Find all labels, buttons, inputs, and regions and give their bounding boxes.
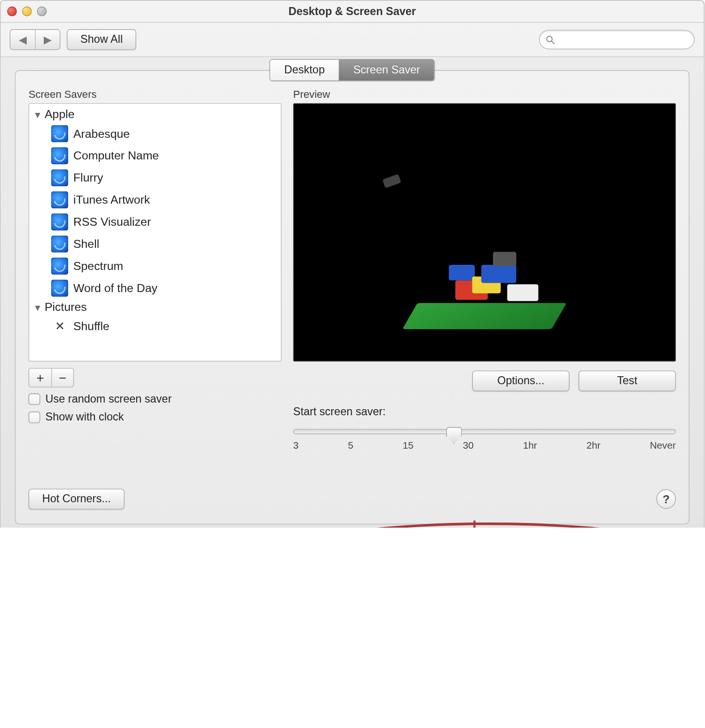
search-field[interactable]: [539, 30, 695, 49]
search-icon: [545, 34, 556, 45]
svg-line-1: [552, 41, 555, 44]
screensaver-thumb-icon: [51, 169, 68, 186]
svg-point-0: [547, 36, 552, 42]
zoom-icon[interactable]: [37, 7, 47, 16]
tick-label: 2hr: [587, 439, 601, 450]
group-label: Pictures: [45, 301, 87, 314]
tab-switcher: Desktop Screen Saver: [269, 59, 435, 81]
item-label: iTunes Artwork: [73, 190, 150, 209]
screensaver-thumb-icon: [51, 236, 68, 253]
tick-label: 5: [348, 439, 353, 450]
item-label: Shuffle: [73, 317, 110, 336]
toolbar: ◀ ▶ Show All: [0, 23, 704, 57]
show-clock-checkbox[interactable]: [29, 411, 40, 423]
lego-brick-icon: [382, 174, 401, 188]
item-label: Shell: [73, 234, 99, 253]
nav-back-forward: ◀ ▶: [10, 29, 61, 50]
screensaver-thumb-icon: [51, 147, 68, 164]
list-item[interactable]: iTunes Artwork: [29, 189, 281, 211]
remove-button[interactable]: −: [51, 369, 73, 387]
tab-box: Desktop Screen Saver Screen Savers ▼ App…: [15, 70, 689, 524]
tick-label: Never: [650, 439, 676, 450]
list-item[interactable]: Computer Name: [29, 145, 281, 167]
tick-label: 3: [293, 439, 299, 450]
options-button[interactable]: Options...: [472, 371, 570, 391]
list-item[interactable]: Flurry: [29, 167, 281, 189]
use-random-label: Use random screen saver: [46, 393, 172, 406]
show-clock-label: Show with clock: [46, 411, 124, 424]
list-item[interactable]: RSS Visualizer: [29, 211, 281, 233]
close-icon[interactable]: [7, 7, 17, 16]
preview-area: [293, 103, 676, 361]
screensaver-thumb-icon: [51, 125, 68, 142]
preview-header: Preview: [293, 89, 676, 101]
add-button[interactable]: +: [29, 369, 51, 387]
item-label: RSS Visualizer: [73, 212, 151, 231]
item-label: Computer Name: [73, 146, 159, 166]
screensaver-thumb-icon: [51, 280, 68, 297]
list-item[interactable]: Shell: [29, 233, 281, 255]
tab-desktop[interactable]: Desktop: [270, 60, 339, 80]
use-random-checkbox[interactable]: [29, 393, 40, 405]
show-clock-row[interactable]: Show with clock: [29, 411, 282, 424]
slider-ticks: 3 5 15 30 1hr 2hr Never: [293, 439, 676, 450]
start-delay-slider[interactable]: [293, 429, 676, 434]
preferences-window: Desktop & Screen Saver ◀ ▶ Show All Desk…: [0, 0, 705, 528]
minimize-icon[interactable]: [22, 7, 32, 16]
lego-scene: [410, 293, 559, 339]
title-bar: Desktop & Screen Saver: [0, 0, 704, 23]
item-label: Spectrum: [73, 256, 123, 276]
content-area: Desktop Screen Saver Screen Savers ▼ App…: [0, 57, 704, 528]
annotation-ellipse: [275, 522, 703, 528]
help-button[interactable]: ?: [657, 490, 676, 509]
group-pictures[interactable]: ▼ Pictures: [29, 299, 281, 316]
list-item[interactable]: Spectrum: [29, 255, 281, 277]
group-label: Apple: [45, 108, 75, 121]
forward-button[interactable]: ▶: [35, 30, 60, 49]
tab-screensaver[interactable]: Screen Saver: [339, 60, 434, 80]
show-all-button[interactable]: Show All: [67, 29, 136, 50]
item-label: Arabesque: [73, 124, 130, 143]
search-input[interactable]: [559, 33, 694, 46]
window-controls: [7, 7, 47, 16]
hot-corners-button[interactable]: Hot Corners...: [29, 489, 125, 509]
shuffle-icon: ✕: [51, 317, 68, 336]
group-apple[interactable]: ▼ Apple: [29, 106, 281, 123]
slider-label: Start screen saver:: [293, 406, 676, 419]
item-label: Flurry: [73, 168, 103, 187]
add-remove-buttons: + −: [29, 368, 74, 387]
use-random-row[interactable]: Use random screen saver: [29, 393, 282, 406]
screensaver-thumb-icon: [51, 191, 68, 208]
tick-label: 15: [403, 439, 414, 450]
screensaver-list[interactable]: ▼ Apple Arabesque Computer Name Flurry i…: [29, 103, 282, 361]
back-button[interactable]: ◀: [10, 30, 35, 49]
list-item[interactable]: Word of the Day: [29, 277, 281, 299]
screensavers-header: Screen Savers: [29, 89, 282, 101]
test-button[interactable]: Test: [579, 371, 676, 391]
screensaver-thumb-icon: [51, 214, 68, 230]
list-item[interactable]: Arabesque: [29, 123, 281, 145]
list-item[interactable]: ✕ Shuffle: [29, 316, 281, 338]
tick-label: 1hr: [523, 439, 537, 450]
screensaver-thumb-icon: [51, 258, 68, 275]
disclosure-triangle-icon[interactable]: ▼: [33, 302, 42, 312]
tick-label: 30: [463, 439, 474, 450]
slider-block: Start screen saver: 3 5 15 30: [293, 406, 676, 457]
disclosure-triangle-icon[interactable]: ▼: [33, 110, 42, 120]
item-label: Word of the Day: [73, 278, 157, 298]
window-title: Desktop & Screen Saver: [289, 5, 416, 18]
